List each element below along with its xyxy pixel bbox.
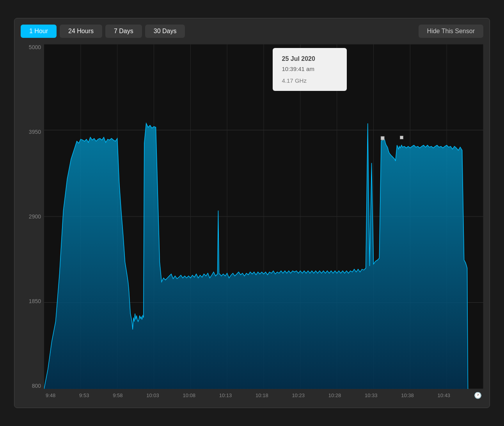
x-label-1038: 10:38 [401,392,414,398]
toolbar: 1 Hour 24 Hours 7 Days 30 Days Hide This… [21,25,483,38]
x-axis: 9:48 9:53 9:58 10:03 10:08 10:13 10:18 1… [44,389,483,401]
x-label-1013: 10:13 [219,392,232,398]
chart-container: 1 Hour 24 Hours 7 Days 30 Days Hide This… [14,18,490,408]
data-point-marker [400,136,403,139]
clock-icon: 🕐 [474,392,482,399]
y-label-5000: 5000 [21,44,44,50]
btn-1hour[interactable]: 1 Hour [21,25,57,38]
x-label-953: 9:53 [79,392,89,398]
btn-7days[interactable]: 7 Days [105,25,142,38]
x-label-1023: 10:23 [292,392,305,398]
x-label-958: 9:58 [113,392,122,398]
y-axis: 5000 3950 2900 1850 800 [21,44,44,401]
btn-30days[interactable]: 30 Days [145,25,185,38]
btn-24hours[interactable]: 24 Hours [60,25,102,38]
x-label-1043: 10:43 [438,392,451,398]
y-label-3950: 3950 [21,129,44,135]
chart-area: 5000 3950 2900 1850 800 25 Jul 2020 10:3… [21,44,483,401]
x-label-1028: 10:28 [328,392,341,398]
svg-rect-18 [381,137,384,140]
y-label-800: 800 [21,383,44,389]
x-label-1003: 10:03 [146,392,159,398]
x-label-1018: 10:18 [256,392,268,398]
x-label-1033: 10:33 [365,392,378,398]
x-label-948: 9:48 [46,392,55,398]
hide-sensor-button[interactable]: Hide This Sensor [419,25,483,38]
x-label-1008: 10:08 [183,392,195,398]
y-label-1850: 1850 [21,298,44,304]
y-label-2900: 2900 [21,213,44,220]
chart-inner: 25 Jul 2020 10:39:41 am 4.17 GHz [44,44,483,401]
chart-svg[interactable] [44,44,483,389]
